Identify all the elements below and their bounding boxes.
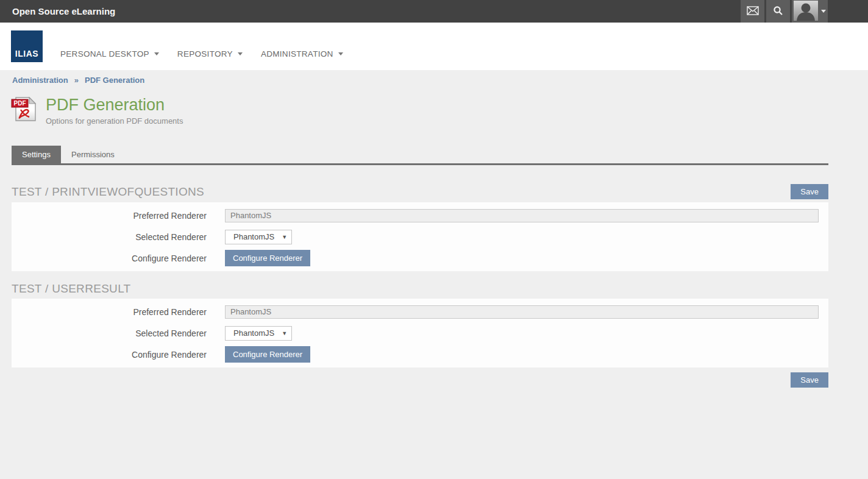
top-bar: Open Source eLearning (0, 0, 868, 23)
search-button[interactable] (766, 0, 790, 23)
chevron-down-icon (238, 52, 243, 55)
field-control (225, 305, 828, 319)
ilias-logo[interactable]: ILIAS (11, 30, 43, 62)
selected-renderer-select[interactable]: PhantomJS ▼ (225, 230, 292, 244)
main-header: ILIAS PERSONAL DESKTOP REPOSITORY ADMINI… (0, 23, 868, 70)
main-content: TEST / PRINTVIEWOFQUESTIONS Save Preferr… (12, 184, 828, 388)
field-label: Configure Renderer (12, 350, 225, 360)
breadcrumb: Administration » PDF Generation (0, 70, 868, 85)
nav-item-label: ADMINISTRATION (261, 49, 333, 59)
page-title-block: PDF PDF Generation Options for generatio… (11, 96, 868, 126)
breadcrumb-separator: » (74, 76, 79, 85)
field-label: Selected Renderer (12, 328, 225, 338)
main-navigation: PERSONAL DESKTOP REPOSITORY ADMINISTRATI… (60, 49, 343, 59)
search-icon (773, 5, 783, 18)
nav-item-repository[interactable]: REPOSITORY (177, 49, 243, 59)
chevron-down-icon: ▼ (282, 330, 287, 336)
form-printviewofquestions: Preferred Renderer Selected Renderer Pha… (12, 202, 828, 271)
page-title: PDF Generation (46, 96, 183, 115)
breadcrumb-administration[interactable]: Administration (12, 76, 68, 85)
field-label: Configure Renderer (12, 254, 225, 263)
form-row-preferred-renderer: Preferred Renderer (12, 301, 828, 322)
mail-button[interactable] (741, 0, 764, 23)
field-control: PhantomJS ▼ (225, 230, 828, 244)
pdf-file-icon: PDF (11, 96, 38, 126)
field-label: Preferred Renderer (12, 307, 225, 317)
svg-text:PDF: PDF (14, 100, 26, 107)
topbar-actions (741, 0, 828, 23)
tab-underline (12, 163, 828, 165)
field-control: Configure Renderer (225, 250, 828, 266)
breadcrumb-pdf-generation[interactable]: PDF Generation (85, 76, 144, 85)
nav-item-label: PERSONAL DESKTOP (60, 49, 149, 59)
form-row-selected-renderer: Selected Renderer PhantomJS ▼ (12, 322, 828, 344)
selected-value: PhantomJS (233, 328, 274, 338)
nav-item-label: REPOSITORY (177, 49, 233, 59)
configure-renderer-button[interactable]: Configure Renderer (225, 346, 310, 363)
tab-bar: Settings Permissions (12, 146, 868, 163)
tab-settings[interactable]: Settings (12, 146, 61, 163)
form-row-preferred-renderer: Preferred Renderer (12, 205, 828, 226)
chevron-down-icon (338, 52, 343, 55)
field-control (225, 209, 828, 222)
chevron-down-icon (821, 10, 826, 13)
field-label: Preferred Renderer (12, 211, 225, 221)
bottom-toolbar: Save (12, 372, 828, 388)
page-subtitle: Options for generation PDF documents (46, 116, 183, 126)
form-row-configure-renderer: Configure Renderer Configure Renderer (12, 247, 828, 269)
user-menu-button[interactable] (792, 0, 828, 23)
selected-value: PhantomJS (233, 232, 274, 241)
site-title: Open Source eLearning (0, 0, 741, 23)
section-title: TEST / PRINTVIEWOFQUESTIONS (12, 185, 204, 199)
save-button-bottom[interactable]: Save (791, 372, 828, 388)
preferred-renderer-input (225, 305, 819, 319)
selected-renderer-select[interactable]: PhantomJS ▼ (225, 326, 292, 341)
form-row-configure-renderer: Configure Renderer Configure Renderer (12, 344, 828, 365)
section-title: TEST / USERRESULT (12, 282, 131, 296)
mail-icon (747, 6, 759, 17)
field-control: PhantomJS ▼ (225, 326, 828, 341)
user-avatar (794, 1, 818, 23)
chevron-down-icon (154, 52, 159, 55)
form-row-selected-renderer: Selected Renderer PhantomJS ▼ (12, 226, 828, 247)
nav-item-administration[interactable]: ADMINISTRATION (261, 49, 343, 59)
section-header-printviewofquestions: TEST / PRINTVIEWOFQUESTIONS Save (12, 184, 828, 199)
field-label: Selected Renderer (12, 232, 225, 242)
configure-renderer-button[interactable]: Configure Renderer (225, 250, 310, 266)
nav-item-personal-desktop[interactable]: PERSONAL DESKTOP (60, 49, 159, 59)
form-userresult: Preferred Renderer Selected Renderer Pha… (12, 299, 828, 367)
section-header-userresult: TEST / USERRESULT (12, 282, 828, 296)
preferred-renderer-input (225, 209, 819, 222)
field-control: Configure Renderer (225, 346, 828, 363)
save-button-top[interactable]: Save (791, 184, 828, 199)
chevron-down-icon: ▼ (282, 234, 287, 240)
tab-permissions[interactable]: Permissions (61, 146, 125, 163)
